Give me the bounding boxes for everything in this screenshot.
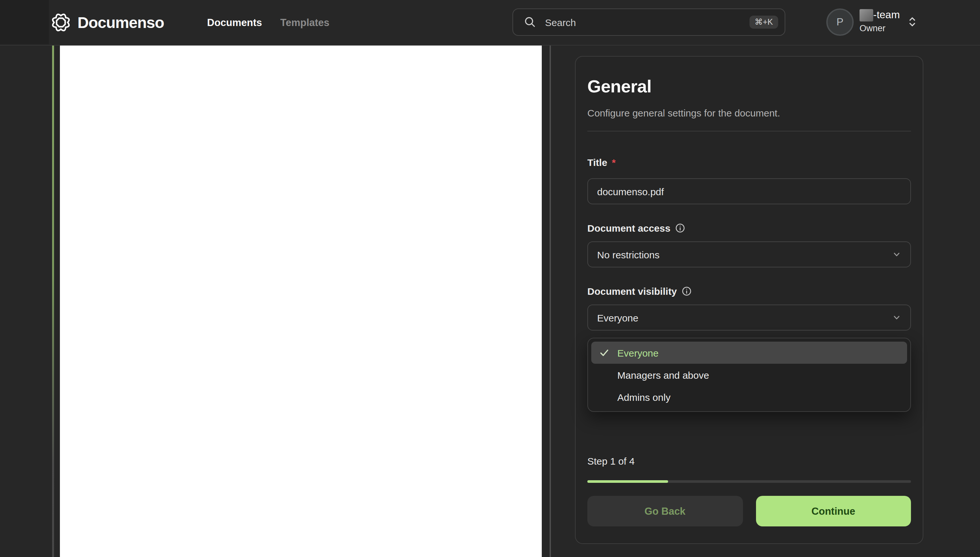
wizard-footer: Step 1 of 4 Go Back Continue xyxy=(587,456,911,526)
documenso-app: Documenso Documents Templates ⌘+K P -tea xyxy=(0,0,980,557)
search-icon xyxy=(524,16,536,28)
document-accent-line xyxy=(52,45,54,557)
nav-item-templates[interactable]: Templates xyxy=(280,16,330,28)
info-icon[interactable] xyxy=(675,223,685,233)
search-bar[interactable]: ⌘+K xyxy=(513,8,785,36)
search-input[interactable] xyxy=(544,16,750,28)
title-label: Title * xyxy=(587,157,911,168)
search-shortcut-badge: ⌘+K xyxy=(750,16,778,29)
team-name-redacted-block xyxy=(859,9,873,21)
panel-subtitle: Configure general settings for the docum… xyxy=(587,107,911,119)
continue-button[interactable]: Continue xyxy=(756,496,911,526)
visibility-dropdown-menu: Everyone Managers and above Admins only xyxy=(587,338,911,412)
document-access-label: Document access xyxy=(587,223,911,234)
content-divider xyxy=(550,45,551,557)
info-icon[interactable] xyxy=(681,286,691,296)
progress-fill xyxy=(587,480,668,483)
panel-divider xyxy=(587,131,911,132)
chevron-down-icon xyxy=(892,313,901,322)
top-navbar: Documenso Documents Templates ⌘+K P -tea xyxy=(0,0,980,46)
team-name: -team xyxy=(873,9,900,21)
pdf-document-page xyxy=(60,45,542,557)
brand-name: Documenso xyxy=(77,13,164,31)
general-settings-panel: General Configure general settings for t… xyxy=(575,56,923,544)
panel-title: General xyxy=(587,77,911,96)
menu-option-everyone[interactable]: Everyone xyxy=(591,342,907,364)
nav-item-documents[interactable]: Documents xyxy=(207,16,262,28)
required-asterisk: * xyxy=(612,157,616,168)
document-visibility-select[interactable]: Everyone xyxy=(587,305,911,331)
brand-logo[interactable]: Documenso xyxy=(50,0,164,45)
user-team-menu[interactable]: P -team Owner xyxy=(826,8,917,36)
document-access-select[interactable]: No restrictions xyxy=(587,241,911,267)
chevrons-up-down-icon xyxy=(908,16,917,28)
menu-option-managers-and-above[interactable]: Managers and above xyxy=(591,364,907,386)
title-input[interactable] xyxy=(587,178,911,204)
document-visibility-label: Document visibility xyxy=(587,286,911,297)
avatar-initial: P xyxy=(836,16,843,28)
user-text: -team Owner xyxy=(859,8,900,33)
check-icon xyxy=(599,347,609,358)
documenso-seal-icon xyxy=(50,12,72,33)
navbar-corner-shade xyxy=(0,0,49,44)
chevron-down-icon xyxy=(892,250,901,259)
menu-option-admins-only[interactable]: Admins only xyxy=(591,386,907,408)
step-progress-bar xyxy=(587,480,911,483)
user-role: Owner xyxy=(859,23,900,33)
avatar: P xyxy=(826,8,854,36)
step-indicator: Step 1 of 4 xyxy=(587,456,911,467)
go-back-button[interactable]: Go Back xyxy=(587,496,743,526)
main-nav: Documents Templates xyxy=(207,0,330,45)
footer-buttons: Go Back Continue xyxy=(587,496,911,526)
